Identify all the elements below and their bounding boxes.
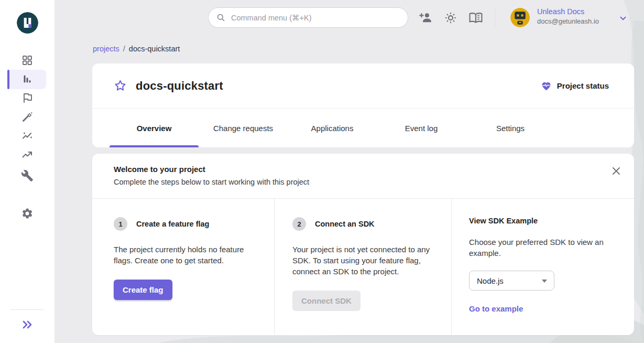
flag-icon[interactable] [21,92,34,104]
invite-user-icon[interactable] [418,10,433,25]
documentation-book-icon[interactable] [468,10,483,25]
step-description: The project currently holds no feature f… [114,244,258,266]
gear-icon[interactable] [21,207,34,220]
view-sdk-example-panel: View SDK Example Choose your preferred S… [452,199,634,335]
project-status-label: Project status [557,81,609,90]
breadcrumb-projects-link[interactable]: projects [93,45,119,53]
create-flag-button[interactable]: Create flag [114,280,172,300]
insights-icon[interactable] [21,130,34,142]
search-input[interactable] [231,14,400,22]
wrench-icon[interactable] [21,169,34,182]
breadcrumb-separator: / [123,45,125,53]
sidebar-divider [10,309,44,310]
welcome-title: Welcome to your project [114,165,621,174]
theme-toggle-sun-icon[interactable] [443,10,458,25]
connect-sdk-button[interactable]: Connect SDK [292,291,361,311]
page-title: docs-quickstart [136,79,223,93]
go-to-example-link[interactable]: Go to example [469,304,523,313]
step-title: Create a feature flag [136,220,209,228]
tab-applications[interactable]: Applications [288,109,377,147]
command-menu-search[interactable] [208,7,408,28]
dashboard-icon[interactable] [21,54,34,67]
dropdown-caret-icon [542,280,547,283]
wand-icon[interactable] [21,111,34,123]
trending-up-icon[interactable] [21,148,34,161]
sdk-example-title: View SDK Example [469,217,621,225]
step-title: Connect an SDK [315,220,375,228]
topbar-divider [495,8,495,27]
sidebar-active-indicator [7,70,9,89]
close-icon[interactable] [610,165,623,177]
welcome-card: Welcome to your project Complete the ste… [92,154,634,335]
unleash-logo[interactable] [17,12,38,34]
welcome-card-header: Welcome to your project Complete the ste… [92,154,634,199]
user-avatar[interactable] [510,8,530,27]
tab-change-requests[interactable]: Change requests [199,109,288,147]
breadcrumb-current: docs-quickstart [129,45,180,53]
expand-double-chevron-icon[interactable] [21,318,34,331]
unleash-app: Unleash Docs docs@getunleash.io projects… [0,0,644,343]
welcome-subtitle: Complete the steps below to start workin… [114,178,621,186]
project-header: docs-quickstart Project status [92,63,634,108]
chevron-down-icon[interactable] [618,14,628,23]
breadcrumb: projects / docs-quickstart [93,45,180,53]
search-icon [216,13,226,23]
tab-overview[interactable]: Overview [110,109,199,147]
sdk-select-dropdown[interactable]: Node.js [469,271,554,291]
user-email: docs@getunleash.io [537,17,599,25]
sidebar [0,0,54,343]
sdk-example-description: Choose your preferred SDK to view an exa… [469,237,616,259]
step-number-badge: 2 [292,217,306,231]
bar-chart-icon[interactable] [21,73,34,85]
sdk-selected-value: Node.js [477,276,504,285]
step-description: Your project is not yet connected to any… [292,244,433,277]
step-connect-sdk: 2 Connect an SDK Your project is not yet… [274,199,452,335]
step-number-badge: 1 [114,217,127,231]
project-status-button[interactable]: Project status [540,80,609,92]
user-name: Unleash Docs [537,7,599,16]
tab-settings[interactable]: Settings [466,109,555,147]
heart-pulse-icon [540,80,552,92]
welcome-steps: 1 Create a feature flag The project curr… [92,199,634,335]
tab-event-log[interactable]: Event log [377,109,466,147]
user-menu[interactable]: Unleash Docs docs@getunleash.io [537,7,599,25]
favorite-star-icon[interactable] [113,79,127,93]
project-tabs: Overview Change requests Applications Ev… [92,108,634,147]
step-create-flag: 1 Create a feature flag The project curr… [92,199,274,335]
